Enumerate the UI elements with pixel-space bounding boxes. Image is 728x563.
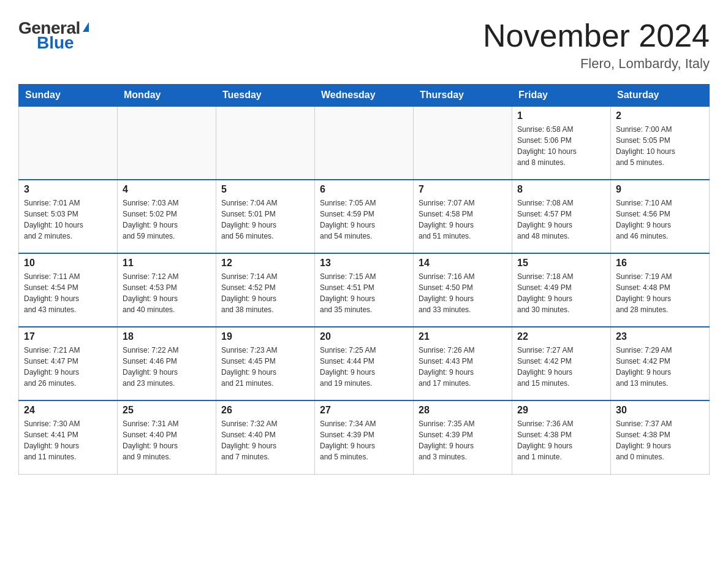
day-info: Sunrise: 7:36 AMSunset: 4:38 PMDaylight:… — [517, 418, 605, 462]
day-number: 2 — [616, 110, 704, 121]
day-info: Sunrise: 7:07 AMSunset: 4:58 PMDaylight:… — [419, 197, 507, 242]
day-number: 9 — [616, 184, 704, 195]
day-number: 17 — [24, 331, 112, 342]
day-info: Sunrise: 7:21 AMSunset: 4:47 PMDaylight:… — [24, 345, 112, 389]
day-info: Sunrise: 7:01 AMSunset: 5:03 PMDaylight:… — [24, 197, 112, 242]
day-number: 12 — [221, 258, 309, 269]
calendar-cell — [315, 106, 414, 180]
week-row-4: 17Sunrise: 7:21 AMSunset: 4:47 PMDayligh… — [19, 327, 710, 400]
day-info: Sunrise: 7:30 AMSunset: 4:41 PMDaylight:… — [24, 418, 112, 462]
day-number: 22 — [517, 331, 605, 342]
calendar-cell: 19Sunrise: 7:23 AMSunset: 4:45 PMDayligh… — [216, 327, 315, 400]
calendar-cell: 15Sunrise: 7:18 AMSunset: 4:49 PMDayligh… — [512, 253, 611, 327]
day-number: 8 — [517, 184, 605, 195]
day-number: 5 — [221, 184, 309, 195]
week-row-3: 10Sunrise: 7:11 AMSunset: 4:54 PMDayligh… — [19, 253, 710, 327]
day-number: 4 — [123, 184, 211, 195]
day-info: Sunrise: 7:11 AMSunset: 4:54 PMDaylight:… — [24, 271, 112, 315]
calendar-subtitle: Flero, Lombardy, Italy — [483, 56, 710, 72]
calendar-cell: 30Sunrise: 7:37 AMSunset: 4:38 PMDayligh… — [611, 400, 710, 474]
day-header-saturday: Saturday — [611, 85, 710, 107]
day-info: Sunrise: 6:58 AMSunset: 5:06 PMDaylight:… — [517, 124, 605, 168]
day-info: Sunrise: 7:10 AMSunset: 4:56 PMDaylight:… — [616, 197, 704, 242]
day-header-sunday: Sunday — [19, 85, 118, 107]
day-number: 27 — [320, 405, 408, 416]
calendar-cell — [216, 106, 315, 180]
calendar-cell: 27Sunrise: 7:34 AMSunset: 4:39 PMDayligh… — [315, 400, 414, 474]
calendar-cell — [19, 106, 118, 180]
calendar-cell: 10Sunrise: 7:11 AMSunset: 4:54 PMDayligh… — [19, 253, 118, 327]
calendar-table: SundayMondayTuesdayWednesdayThursdayFrid… — [18, 84, 710, 475]
calendar-cell: 20Sunrise: 7:25 AMSunset: 4:44 PMDayligh… — [315, 327, 414, 400]
day-number: 3 — [24, 184, 112, 195]
day-info: Sunrise: 7:19 AMSunset: 4:48 PMDaylight:… — [616, 271, 704, 315]
day-info: Sunrise: 7:23 AMSunset: 4:45 PMDaylight:… — [221, 345, 309, 389]
day-number: 24 — [24, 405, 112, 416]
day-header-thursday: Thursday — [414, 85, 512, 107]
day-number: 30 — [616, 405, 704, 416]
day-info: Sunrise: 7:22 AMSunset: 4:46 PMDaylight:… — [123, 345, 211, 389]
day-info: Sunrise: 7:34 AMSunset: 4:39 PMDaylight:… — [320, 418, 408, 462]
day-number: 11 — [123, 258, 211, 269]
calendar-cell: 5Sunrise: 7:04 AMSunset: 5:01 PMDaylight… — [216, 180, 315, 253]
week-row-5: 24Sunrise: 7:30 AMSunset: 4:41 PMDayligh… — [19, 400, 710, 474]
calendar-cell: 16Sunrise: 7:19 AMSunset: 4:48 PMDayligh… — [611, 253, 710, 327]
calendar-cell: 6Sunrise: 7:05 AMSunset: 4:59 PMDaylight… — [315, 180, 414, 253]
calendar-cell — [118, 106, 216, 180]
day-info: Sunrise: 7:15 AMSunset: 4:51 PMDaylight:… — [320, 271, 408, 315]
calendar-cell: 12Sunrise: 7:14 AMSunset: 4:52 PMDayligh… — [216, 253, 315, 327]
calendar-cell: 13Sunrise: 7:15 AMSunset: 4:51 PMDayligh… — [315, 253, 414, 327]
day-number: 23 — [616, 331, 704, 342]
day-header-tuesday: Tuesday — [216, 85, 315, 107]
calendar-title: November 2024 — [483, 18, 710, 53]
calendar-cell: 3Sunrise: 7:01 AMSunset: 5:03 PMDaylight… — [19, 180, 118, 253]
day-number: 25 — [123, 405, 211, 416]
day-header-wednesday: Wednesday — [315, 85, 414, 107]
logo: General Blue — [18, 18, 89, 53]
day-number: 6 — [320, 184, 408, 195]
day-number: 16 — [616, 258, 704, 269]
day-info: Sunrise: 7:27 AMSunset: 4:42 PMDaylight:… — [517, 345, 605, 389]
day-number: 20 — [320, 331, 408, 342]
calendar-cell: 17Sunrise: 7:21 AMSunset: 4:47 PMDayligh… — [19, 327, 118, 400]
calendar-cell: 22Sunrise: 7:27 AMSunset: 4:42 PMDayligh… — [512, 327, 611, 400]
day-number: 14 — [419, 258, 507, 269]
calendar-cell: 26Sunrise: 7:32 AMSunset: 4:40 PMDayligh… — [216, 400, 315, 474]
day-number: 15 — [517, 258, 605, 269]
logo-triangle-icon — [83, 22, 89, 32]
calendar-cell: 25Sunrise: 7:31 AMSunset: 4:40 PMDayligh… — [118, 400, 216, 474]
day-number: 29 — [517, 405, 605, 416]
day-number: 19 — [221, 331, 309, 342]
calendar-cell: 8Sunrise: 7:08 AMSunset: 4:57 PMDaylight… — [512, 180, 611, 253]
week-row-1: 1Sunrise: 6:58 AMSunset: 5:06 PMDaylight… — [19, 106, 710, 180]
day-number: 7 — [419, 184, 507, 195]
day-number: 18 — [123, 331, 211, 342]
day-info: Sunrise: 7:25 AMSunset: 4:44 PMDaylight:… — [320, 345, 408, 389]
day-header-friday: Friday — [512, 85, 611, 107]
calendar-cell: 29Sunrise: 7:36 AMSunset: 4:38 PMDayligh… — [512, 400, 611, 474]
day-info: Sunrise: 7:29 AMSunset: 4:42 PMDaylight:… — [616, 345, 704, 389]
calendar-cell: 21Sunrise: 7:26 AMSunset: 4:43 PMDayligh… — [414, 327, 512, 400]
day-info: Sunrise: 7:04 AMSunset: 5:01 PMDaylight:… — [221, 197, 309, 242]
day-number: 1 — [517, 110, 605, 121]
day-info: Sunrise: 7:18 AMSunset: 4:49 PMDaylight:… — [517, 271, 605, 315]
title-block: November 2024 Flero, Lombardy, Italy — [483, 18, 710, 72]
day-info: Sunrise: 7:32 AMSunset: 4:40 PMDaylight:… — [221, 418, 309, 462]
day-info: Sunrise: 7:37 AMSunset: 4:38 PMDaylight:… — [616, 418, 704, 462]
days-header-row: SundayMondayTuesdayWednesdayThursdayFrid… — [19, 85, 710, 107]
day-number: 28 — [419, 405, 507, 416]
calendar-cell: 23Sunrise: 7:29 AMSunset: 4:42 PMDayligh… — [611, 327, 710, 400]
calendar-cell: 24Sunrise: 7:30 AMSunset: 4:41 PMDayligh… — [19, 400, 118, 474]
day-number: 26 — [221, 405, 309, 416]
calendar-cell: 18Sunrise: 7:22 AMSunset: 4:46 PMDayligh… — [118, 327, 216, 400]
day-info: Sunrise: 7:35 AMSunset: 4:39 PMDaylight:… — [419, 418, 507, 462]
week-row-2: 3Sunrise: 7:01 AMSunset: 5:03 PMDaylight… — [19, 180, 710, 253]
day-info: Sunrise: 7:14 AMSunset: 4:52 PMDaylight:… — [221, 271, 309, 315]
calendar-cell: 9Sunrise: 7:10 AMSunset: 4:56 PMDaylight… — [611, 180, 710, 253]
day-header-monday: Monday — [118, 85, 216, 107]
day-info: Sunrise: 7:26 AMSunset: 4:43 PMDaylight:… — [419, 345, 507, 389]
day-info: Sunrise: 7:31 AMSunset: 4:40 PMDaylight:… — [123, 418, 211, 462]
calendar-cell: 28Sunrise: 7:35 AMSunset: 4:39 PMDayligh… — [414, 400, 512, 474]
day-number: 21 — [419, 331, 507, 342]
day-info: Sunrise: 7:00 AMSunset: 5:05 PMDaylight:… — [616, 124, 704, 168]
